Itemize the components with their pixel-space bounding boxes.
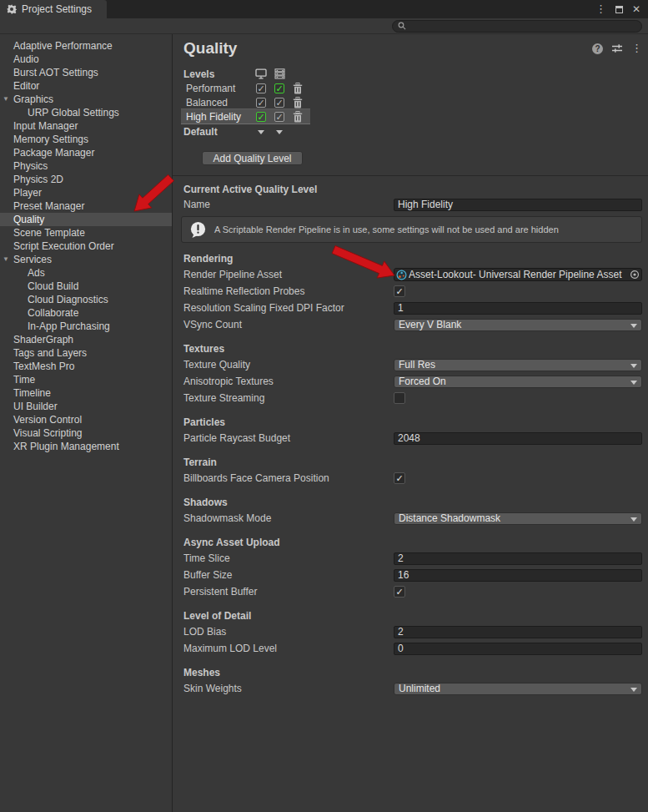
level-checkbox-server[interactable]: ✓ — [274, 98, 284, 108]
text-field-lod-bias[interactable]: 2 — [394, 626, 642, 638]
sidebar-item-shadergraph[interactable]: ShaderGraph — [0, 333, 172, 346]
checkbox-persistent-buffer[interactable]: ✓ — [394, 586, 405, 598]
text-field-particle-raycast-budget[interactable]: 2048 — [394, 432, 642, 445]
sidebar-item-cloud-diagnostics[interactable]: Cloud Diagnostics — [0, 293, 172, 306]
text-field-maximum-lod-level[interactable]: 0 — [394, 643, 642, 655]
page-title: Quality — [183, 39, 237, 58]
presets-icon[interactable] — [611, 43, 623, 53]
default-server-dropdown-icon[interactable] — [276, 130, 283, 134]
sidebar-item-cloud-build[interactable]: Cloud Build — [0, 280, 172, 293]
sidebar-item-ui-builder[interactable]: UI Builder — [0, 400, 172, 413]
sidebar-item-collaborate[interactable]: Collaborate — [0, 306, 172, 320]
chevron-down-icon — [630, 324, 637, 328]
sidebar-item-package-manager[interactable]: Package Manager — [0, 146, 172, 159]
sidebar-item-visual-scripting[interactable]: Visual Scripting — [0, 426, 172, 440]
level-checkbox-desktop[interactable]: ✓ — [256, 112, 266, 122]
settings-row: Realtime Reflection Probes✓ — [183, 283, 642, 300]
sidebar-item-audio[interactable]: Audio — [0, 53, 172, 66]
delete-level-button[interactable] — [289, 83, 307, 94]
search-input[interactable] — [409, 21, 636, 31]
default-desktop-dropdown-icon[interactable] — [258, 130, 264, 134]
level-checkbox-server[interactable]: ✓ — [274, 83, 284, 93]
sidebar-item-physics-2d[interactable]: Physics 2D — [0, 173, 172, 186]
more-icon[interactable]: ⋮ — [631, 43, 642, 53]
sidebar-item-burst-aot-settings[interactable]: Burst AOT Settings — [0, 66, 172, 79]
sidebar-item-label: Adaptive Performance — [0, 39, 113, 53]
info-box: A Scriptable Render Pipeline is in use, … — [181, 216, 642, 243]
tab-project-settings[interactable]: Project Settings — [0, 0, 107, 18]
info-text: A Scriptable Render Pipeline is in use, … — [214, 224, 559, 235]
quality-level-row-performant[interactable]: Performant✓✓ — [181, 81, 310, 95]
quality-level-row-balanced[interactable]: Balanced✓✓ — [181, 95, 310, 109]
quality-level-row-high-fidelity[interactable]: High Fidelity✓✓ — [181, 109, 310, 124]
setting-label: Time Slice — [183, 552, 394, 564]
sidebar-item-time[interactable]: Time — [0, 373, 172, 386]
foldout-icon[interactable]: ▼ — [3, 253, 9, 266]
sidebar-item-quality[interactable]: Quality — [0, 213, 172, 226]
section-title-async-asset-upload: Async Asset Upload — [183, 536, 642, 549]
sidebar-item-adaptive-performance[interactable]: Adaptive Performance — [0, 39, 172, 53]
foldout-icon[interactable]: ▼ — [3, 93, 9, 106]
dropdown-value: Full Res — [399, 359, 435, 371]
setting-label: LOD Bias — [183, 626, 394, 638]
quality-level-name: High Fidelity — [183, 111, 252, 123]
checkbox-realtime-reflection-probes[interactable]: ✓ — [394, 285, 405, 297]
add-quality-level-button[interactable]: Add Quality Level — [202, 151, 303, 165]
sidebar-item-timeline[interactable]: Timeline — [0, 386, 172, 400]
setting-label: Billboards Face Camera Position — [183, 472, 394, 484]
dropdown-skin-weights[interactable]: Unlimited — [394, 683, 642, 695]
dropdown-shadowmask-mode[interactable]: Distance Shadowmask — [394, 512, 642, 525]
sidebar-item-urp-global-settings[interactable]: URP Global Settings — [0, 106, 172, 119]
checkbox-texture-streaming[interactable] — [394, 392, 405, 404]
delete-level-button[interactable] — [289, 97, 307, 108]
close-icon[interactable]: ✕ — [632, 3, 640, 15]
sidebar-item-graphics[interactable]: ▼Graphics — [0, 93, 172, 106]
dropdown-value: Every V Blank — [399, 319, 461, 330]
dropdown-anisotropic-textures[interactable]: Forced On — [394, 376, 642, 388]
sidebar-item-tags-and-layers[interactable]: Tags and Layers — [0, 346, 172, 360]
text-field-time-slice[interactable]: 2 — [394, 552, 642, 565]
sidebar-item-textmesh-pro[interactable]: TextMesh Pro — [0, 360, 172, 373]
level-checkbox-desktop[interactable]: ✓ — [256, 83, 266, 93]
settings-row: Persistent Buffer✓ — [183, 583, 642, 600]
dropdown-texture-quality[interactable]: Full Res — [394, 359, 642, 371]
name-field[interactable]: High Fidelity — [394, 199, 642, 211]
levels-label: Levels — [183, 68, 252, 80]
checkbox-billboards-face-camera-position[interactable]: ✓ — [394, 472, 405, 484]
chevron-down-icon — [630, 517, 637, 522]
default-row: Default — [183, 124, 642, 140]
delete-level-button[interactable] — [289, 111, 307, 123]
dropdown-vsync-count[interactable]: Every V Blank — [394, 319, 642, 331]
sidebar-item-physics[interactable]: Physics — [0, 159, 172, 173]
sidebar-item-preset-manager[interactable]: Preset Manager — [0, 199, 172, 213]
sidebar-item-input-manager[interactable]: Input Manager — [0, 119, 172, 133]
sidebar-item-script-execution-order[interactable]: Script Execution Order — [0, 240, 172, 253]
text-field-resolution-scaling-fixed-dpi-factor[interactable]: 1 — [394, 302, 642, 315]
window-menu-icon[interactable]: ⋮ — [595, 4, 606, 14]
level-checkbox-server[interactable]: ✓ — [274, 112, 284, 122]
sidebar-item-label: Visual Scripting — [0, 426, 83, 440]
maximize-icon[interactable] — [615, 6, 623, 13]
sidebar-item-label: Timeline — [0, 386, 51, 400]
setting-label: Maximum LOD Level — [183, 643, 394, 654]
text-field-buffer-size[interactable]: 16 — [394, 569, 642, 582]
level-checkbox-desktop[interactable]: ✓ — [256, 98, 266, 108]
object-field-render-pipeline-asset[interactable]: Asset-Lookout- Universal Render Pipeline… — [394, 268, 642, 281]
object-picker-icon[interactable] — [630, 270, 640, 280]
help-icon[interactable]: ? — [592, 43, 603, 54]
gear-icon — [7, 4, 17, 14]
sidebar-item-xr-plugin-management[interactable]: XR Plugin Management — [0, 440, 172, 453]
sidebar-item-label: Memory Settings — [0, 133, 88, 146]
sidebar-item-version-control[interactable]: Version Control — [0, 413, 172, 426]
sidebar-item-ads[interactable]: Ads — [0, 266, 172, 280]
sidebar-item-player[interactable]: Player — [0, 186, 172, 199]
desktop-icon — [252, 68, 270, 79]
sidebar-item-label: TextMesh Pro — [0, 360, 74, 373]
sidebar-item-memory-settings[interactable]: Memory Settings — [0, 133, 172, 146]
sidebar-item-in-app-purchasing[interactable]: In-App Purchasing — [0, 320, 172, 333]
server-icon — [270, 68, 289, 79]
search-box[interactable] — [392, 20, 642, 33]
sidebar-item-services[interactable]: ▼Services — [0, 253, 172, 266]
sidebar-item-scene-template[interactable]: Scene Template — [0, 226, 172, 240]
sidebar-item-editor[interactable]: Editor — [0, 79, 172, 93]
